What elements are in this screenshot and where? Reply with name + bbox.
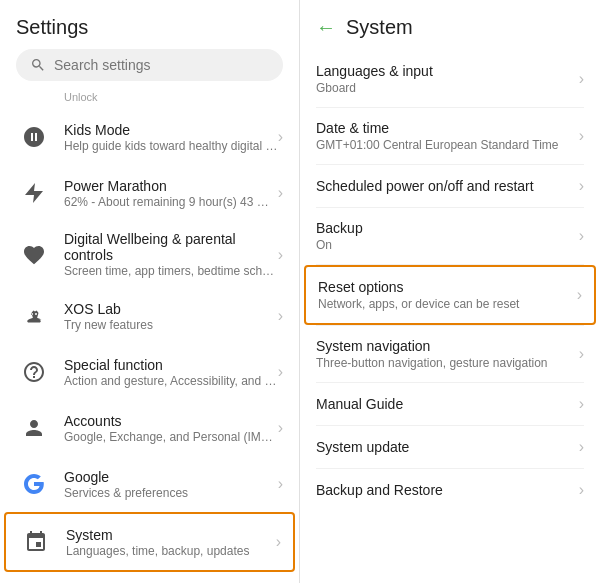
date-time-chevron: › xyxy=(579,127,584,145)
accounts-text: Accounts Google, Exchange, and Personal … xyxy=(64,413,278,444)
backup-chevron: › xyxy=(579,227,584,245)
reset-options-title: Reset options xyxy=(318,279,577,295)
backup-restore-title: Backup and Restore xyxy=(316,482,579,498)
backup-subtitle: On xyxy=(316,238,579,252)
digital-wellbeing-subtitle: Screen time, app timers, bedtime schedul… xyxy=(64,264,278,278)
xos-lab-title: XOS Lab xyxy=(64,301,278,317)
power-marathon-subtitle: 62% - About remaining 9 hour(s) 43 min(s… xyxy=(64,195,278,209)
digital-wellbeing-icon xyxy=(16,237,52,273)
digital-wellbeing-title: Digital Wellbeing & parental controls xyxy=(64,231,278,263)
accounts-subtitle: Google, Exchange, and Personal (IMAP) xyxy=(64,430,278,444)
system-item-navigation[interactable]: System navigation Three-button navigatio… xyxy=(300,326,600,382)
system-update-title: System update xyxy=(316,439,579,455)
backup-restore-text: Backup and Restore xyxy=(316,482,579,498)
settings-title: Settings xyxy=(16,16,283,39)
backup-title: Backup xyxy=(316,220,579,236)
kids-mode-subtitle: Help guide kids toward healthy digital h… xyxy=(64,139,278,153)
system-update-text: System update xyxy=(316,439,579,455)
system-page-title: System xyxy=(346,16,413,39)
system-item-scheduled-power[interactable]: Scheduled power on/off and restart › xyxy=(300,165,600,207)
search-icon xyxy=(30,57,46,73)
special-function-chevron: › xyxy=(278,363,283,381)
system-text: System Languages, time, backup, updates xyxy=(66,527,276,558)
languages-input-text: Languages & input Gboard xyxy=(316,63,579,95)
date-time-text: Date & time GMT+01:00 Central European S… xyxy=(316,120,579,152)
special-function-subtitle: Action and gesture, Accessibility, and S… xyxy=(64,374,278,388)
system-item-system-update[interactable]: System update › xyxy=(300,426,600,468)
right-header: ← System xyxy=(300,0,600,51)
left-header: Settings xyxy=(0,0,299,89)
power-marathon-chevron: › xyxy=(278,184,283,202)
left-panel: Settings Unlock Kids Mode Help guide kid… xyxy=(0,0,300,583)
google-title: Google xyxy=(64,469,278,485)
digital-wellbeing-chevron: › xyxy=(278,246,283,264)
system-item-date-time[interactable]: Date & time GMT+01:00 Central European S… xyxy=(300,108,600,164)
manual-guide-text: Manual Guide xyxy=(316,396,579,412)
languages-input-subtitle: Gboard xyxy=(316,81,579,95)
scheduled-power-title: Scheduled power on/off and restart xyxy=(316,178,579,194)
search-input[interactable] xyxy=(54,57,269,73)
sidebar-item-digital-wellbeing[interactable]: Digital Wellbeing & parental controls Sc… xyxy=(0,221,299,288)
accounts-icon xyxy=(16,410,52,446)
sidebar-item-accounts[interactable]: Accounts Google, Exchange, and Personal … xyxy=(0,400,299,456)
navigation-subtitle: Three-button navigation, gesture navigat… xyxy=(316,356,579,370)
manual-guide-title: Manual Guide xyxy=(316,396,579,412)
navigation-title: System navigation xyxy=(316,338,579,354)
backup-restore-chevron: › xyxy=(579,481,584,499)
search-bar[interactable] xyxy=(16,49,283,81)
back-button[interactable]: ← xyxy=(316,16,336,39)
system-list: Languages & input Gboard › Date & time G… xyxy=(300,51,600,583)
languages-input-chevron: › xyxy=(579,70,584,88)
special-function-text: Special function Action and gesture, Acc… xyxy=(64,357,278,388)
power-marathon-icon xyxy=(16,175,52,211)
xos-lab-chevron: › xyxy=(278,307,283,325)
xos-lab-subtitle: Try new features xyxy=(64,318,278,332)
google-subtitle: Services & preferences xyxy=(64,486,278,500)
system-title: System xyxy=(66,527,276,543)
scheduled-power-text: Scheduled power on/off and restart xyxy=(316,178,579,194)
system-item-reset-options[interactable]: Reset options Network, apps, or device c… xyxy=(304,265,596,325)
sidebar-item-google[interactable]: Google Services & preferences › xyxy=(0,456,299,512)
languages-input-title: Languages & input xyxy=(316,63,579,79)
reset-options-chevron: › xyxy=(577,286,582,304)
special-function-title: Special function xyxy=(64,357,278,373)
reset-options-text: Reset options Network, apps, or device c… xyxy=(318,279,577,311)
date-time-subtitle: GMT+01:00 Central European Standard Time xyxy=(316,138,579,152)
right-panel: ← System Languages & input Gboard › Date… xyxy=(300,0,600,583)
system-chevron: › xyxy=(276,533,281,551)
unlock-label: Unlock xyxy=(0,89,299,109)
system-icon xyxy=(18,524,54,560)
reset-options-subtitle: Network, apps, or device can be reset xyxy=(318,297,577,311)
navigation-chevron: › xyxy=(579,345,584,363)
kids-mode-title: Kids Mode xyxy=(64,122,278,138)
google-icon xyxy=(16,466,52,502)
power-marathon-title: Power Marathon xyxy=(64,178,278,194)
special-function-icon xyxy=(16,354,52,390)
sidebar-item-system[interactable]: System Languages, time, backup, updates … xyxy=(4,512,295,572)
sidebar-item-kids-mode[interactable]: Kids Mode Help guide kids toward healthy… xyxy=(0,109,299,165)
kids-mode-chevron: › xyxy=(278,128,283,146)
system-update-chevron: › xyxy=(579,438,584,456)
xos-lab-icon xyxy=(16,298,52,334)
google-text: Google Services & preferences xyxy=(64,469,278,500)
kids-mode-text: Kids Mode Help guide kids toward healthy… xyxy=(64,122,278,153)
power-marathon-text: Power Marathon 62% - About remaining 9 h… xyxy=(64,178,278,209)
xos-lab-text: XOS Lab Try new features xyxy=(64,301,278,332)
sidebar-item-xos-lab[interactable]: XOS Lab Try new features › xyxy=(0,288,299,344)
sidebar-item-special-function[interactable]: Special function Action and gesture, Acc… xyxy=(0,344,299,400)
accounts-chevron: › xyxy=(278,419,283,437)
google-chevron: › xyxy=(278,475,283,493)
scheduled-power-chevron: › xyxy=(579,177,584,195)
navigation-text: System navigation Three-button navigatio… xyxy=(316,338,579,370)
system-item-backup-restore[interactable]: Backup and Restore › xyxy=(300,469,600,511)
system-item-languages-input[interactable]: Languages & input Gboard › xyxy=(300,51,600,107)
system-subtitle: Languages, time, backup, updates xyxy=(66,544,276,558)
sidebar-item-power-marathon[interactable]: Power Marathon 62% - About remaining 9 h… xyxy=(0,165,299,221)
digital-wellbeing-text: Digital Wellbeing & parental controls Sc… xyxy=(64,231,278,278)
manual-guide-chevron: › xyxy=(579,395,584,413)
backup-text: Backup On xyxy=(316,220,579,252)
accounts-title: Accounts xyxy=(64,413,278,429)
system-item-manual-guide[interactable]: Manual Guide › xyxy=(300,383,600,425)
system-item-backup[interactable]: Backup On › xyxy=(300,208,600,264)
date-time-title: Date & time xyxy=(316,120,579,136)
